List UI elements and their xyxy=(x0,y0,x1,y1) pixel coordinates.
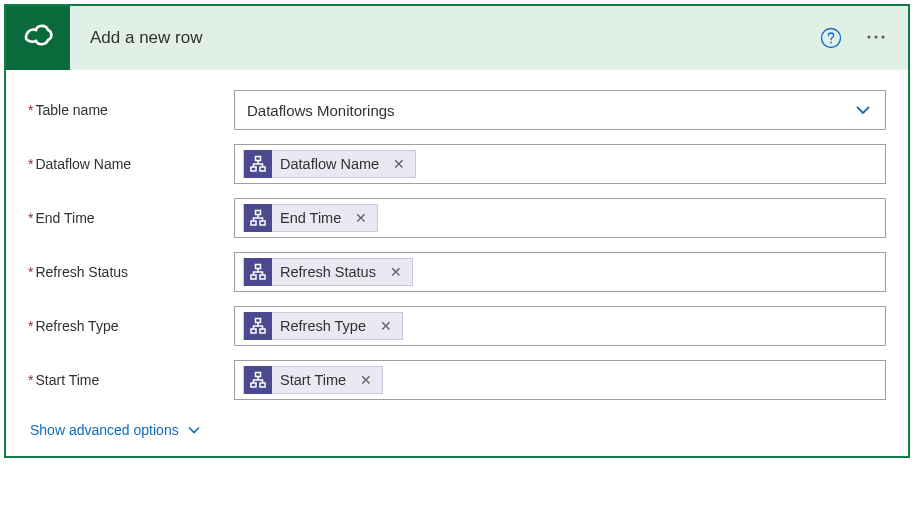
required-marker: * xyxy=(28,372,33,388)
label-start-time: * Start Time xyxy=(28,372,234,388)
card-body: * Table name Dataflows Monitorings * Dat… xyxy=(6,70,908,456)
input-dataflow-name[interactable]: Dataflow Name ✕ xyxy=(234,144,886,184)
workflow-icon xyxy=(244,204,272,232)
svg-point-2 xyxy=(867,35,870,38)
svg-rect-14 xyxy=(256,319,261,323)
label-refresh-status: * Refresh Status xyxy=(28,264,234,280)
dataverse-icon xyxy=(20,20,56,56)
workflow-icon xyxy=(244,312,272,340)
dynamic-token[interactable]: Refresh Status ✕ xyxy=(243,258,413,286)
field-dataflow-name: * Dataflow Name Dataflow Name ✕ xyxy=(28,144,886,184)
input-start-time[interactable]: Start Time ✕ xyxy=(234,360,886,400)
dynamic-token[interactable]: Start Time ✕ xyxy=(243,366,383,394)
token-label: Dataflow Name xyxy=(280,156,381,172)
advanced-label: Show advanced options xyxy=(30,422,179,438)
more-icon[interactable] xyxy=(860,21,892,56)
dropdown-value: Dataflows Monitorings xyxy=(247,102,853,119)
card-title: Add a new row xyxy=(70,28,820,48)
chevron-down-icon xyxy=(187,423,201,437)
close-icon[interactable]: ✕ xyxy=(386,264,406,280)
svg-point-1 xyxy=(830,42,832,44)
close-icon[interactable]: ✕ xyxy=(376,318,396,334)
close-icon[interactable]: ✕ xyxy=(351,210,371,226)
field-end-time: * End Time End Time ✕ xyxy=(28,198,886,238)
help-icon[interactable] xyxy=(820,27,842,49)
close-icon[interactable]: ✕ xyxy=(389,156,409,172)
token-label: Refresh Type xyxy=(280,318,368,334)
token-label: End Time xyxy=(280,210,343,226)
svg-rect-12 xyxy=(251,275,256,279)
svg-rect-5 xyxy=(256,157,261,161)
svg-rect-18 xyxy=(251,383,256,387)
input-end-time[interactable]: End Time ✕ xyxy=(234,198,886,238)
header-actions xyxy=(820,21,892,56)
svg-rect-16 xyxy=(260,329,265,333)
required-marker: * xyxy=(28,102,33,118)
label-refresh-type: * Refresh Type xyxy=(28,318,234,334)
svg-rect-7 xyxy=(260,167,265,171)
svg-point-4 xyxy=(881,35,884,38)
input-refresh-status[interactable]: Refresh Status ✕ xyxy=(234,252,886,292)
connector-icon-box xyxy=(6,6,70,70)
workflow-icon xyxy=(244,366,272,394)
close-icon[interactable]: ✕ xyxy=(356,372,376,388)
svg-rect-13 xyxy=(260,275,265,279)
field-start-time: * Start Time Start Time ✕ xyxy=(28,360,886,400)
action-card: Add a new row * Table na xyxy=(4,4,910,458)
token-label: Refresh Status xyxy=(280,264,378,280)
svg-rect-9 xyxy=(251,221,256,225)
label-table-name: * Table name xyxy=(28,102,234,118)
chevron-down-icon xyxy=(853,100,873,120)
svg-rect-19 xyxy=(260,383,265,387)
required-marker: * xyxy=(28,318,33,334)
token-label: Start Time xyxy=(280,372,348,388)
svg-point-3 xyxy=(874,35,877,38)
svg-rect-11 xyxy=(256,265,261,269)
svg-rect-15 xyxy=(251,329,256,333)
workflow-icon xyxy=(244,150,272,178)
dynamic-token[interactable]: Refresh Type ✕ xyxy=(243,312,403,340)
dropdown-table-name[interactable]: Dataflows Monitorings xyxy=(234,90,886,130)
label-dataflow-name: * Dataflow Name xyxy=(28,156,234,172)
label-end-time: * End Time xyxy=(28,210,234,226)
svg-rect-17 xyxy=(256,373,261,377)
workflow-icon xyxy=(244,258,272,286)
svg-rect-8 xyxy=(256,211,261,215)
show-advanced-options[interactable]: Show advanced options xyxy=(28,422,201,438)
required-marker: * xyxy=(28,156,33,172)
svg-rect-6 xyxy=(251,167,256,171)
svg-rect-10 xyxy=(260,221,265,225)
field-table-name: * Table name Dataflows Monitorings xyxy=(28,90,886,130)
required-marker: * xyxy=(28,264,33,280)
card-header[interactable]: Add a new row xyxy=(6,6,908,70)
dynamic-token[interactable]: End Time ✕ xyxy=(243,204,378,232)
input-refresh-type[interactable]: Refresh Type ✕ xyxy=(234,306,886,346)
dynamic-token[interactable]: Dataflow Name ✕ xyxy=(243,150,416,178)
field-refresh-type: * Refresh Type Refresh Type ✕ xyxy=(28,306,886,346)
required-marker: * xyxy=(28,210,33,226)
field-refresh-status: * Refresh Status Refresh Status ✕ xyxy=(28,252,886,292)
